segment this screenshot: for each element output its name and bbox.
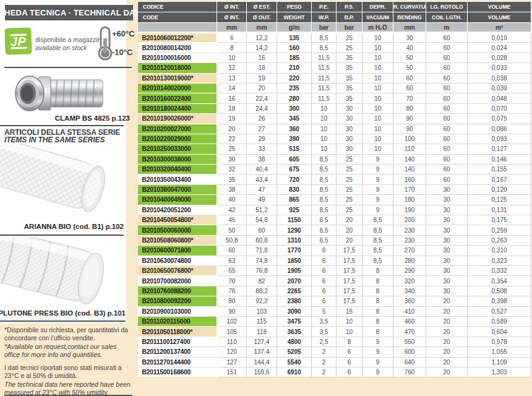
table-row: B2011500168600151169,66910269760201,303 [138, 367, 531, 377]
value-cell: 20 [217, 124, 247, 134]
value-cell: 76,8 [247, 265, 277, 275]
value-cell: 11,5 [312, 53, 337, 62]
value-cell: 74,8 [247, 256, 277, 265]
value-cell: 925 [277, 205, 312, 215]
value-cell: 9 [363, 165, 393, 174]
value-cell: 9 [363, 347, 393, 357]
value-cell: 25 [337, 205, 363, 215]
value-cell: 2 [312, 367, 337, 377]
column-header-en-cell: CODE [138, 12, 217, 23]
value-cell: 2 [312, 347, 337, 357]
value-cell: 40 [393, 43, 426, 53]
value-cell: 1150 [277, 215, 312, 225]
value-cell: 10 [363, 73, 393, 83]
value-cell: 4800 [277, 337, 312, 346]
value-cell: 360 [393, 296, 426, 306]
value-cell: 20 [337, 215, 363, 225]
table-row: B201070008200070822070617,58320300,354 [138, 276, 531, 286]
value-cell: 8,5 [363, 235, 393, 245]
value-cell: 76 [217, 286, 247, 296]
product-code-cell: B2010100016000 [138, 53, 217, 62]
value-cell: 6 [312, 246, 337, 256]
product-code-cell: B2010320040400 [138, 165, 217, 174]
value-cell: 280 [277, 93, 312, 103]
column-header-it-cell: CODICE [138, 2, 217, 12]
value-cell: 25 [337, 184, 363, 194]
value-cell: 8,5 [312, 43, 337, 53]
value-cell: 9 [363, 337, 393, 346]
value-cell: 185 [277, 53, 312, 62]
plutone-caption: PLUTONE PRESS BIO (cod. B3) p.101 [0, 309, 126, 317]
value-cell: 30 [337, 134, 363, 144]
value-cell: 92,2 [247, 296, 277, 306]
value-cell: 600 [393, 347, 426, 357]
value-cell: 35 [337, 73, 363, 83]
value-cell: 14,2 [247, 43, 277, 53]
value-cell: 470 [393, 327, 426, 337]
note-availability-en: *Available on request,contact our sales … [4, 343, 133, 359]
value-cell: 8,5 [312, 33, 337, 43]
value-cell: 0,508 [468, 286, 531, 296]
value-cell: 9 [363, 357, 393, 367]
value-cell: 235 [277, 83, 312, 93]
value-cell: 0,028 [468, 53, 531, 62]
value-cell: 17,5 [337, 265, 363, 275]
table-row: B20109001030009010330905158410200,527 [138, 306, 531, 316]
jp-logo: JP [4, 27, 32, 54]
value-cell: 60 [426, 73, 468, 83]
jp-logo-bottom-bar [11, 46, 27, 49]
value-cell: 0,398 [468, 296, 531, 306]
value-cell: 8 [363, 276, 393, 286]
value-cell: 1,109 [468, 357, 531, 367]
column-header-it-cell: P.S. [337, 2, 363, 12]
product-code-cell: B2010200027000 [138, 124, 217, 134]
value-cell: 2380 [277, 296, 312, 306]
value-cell: 230 [393, 235, 426, 245]
column-header-it-cell: R. CURVATURA [393, 2, 426, 12]
product-code-cell: B2010160022400 [138, 93, 217, 103]
value-cell: 60 [426, 174, 468, 184]
table-row: B2010120018000121821011,5351050600,033 [138, 63, 531, 73]
value-cell: 42 [217, 205, 247, 215]
value-cell: 11,5 [312, 93, 337, 103]
product-code-cell: B2010650076800* [138, 265, 217, 275]
value-cell: 30 [426, 225, 468, 235]
value-cell: 8,5 [312, 154, 337, 164]
value-cell: 30 [426, 246, 468, 256]
value-cell: 10 [337, 316, 363, 326]
value-cell: 60 [247, 225, 277, 235]
value-cell: 830 [277, 184, 312, 194]
value-cell: 0,589 [468, 316, 531, 326]
product-code-cell: B2011050118000* [138, 327, 217, 337]
table-row: B201038004700038478308,5259170300,120 [138, 184, 531, 194]
value-cell: 60 [426, 103, 468, 113]
value-cell: 35 [337, 63, 363, 73]
value-cell: 10 [312, 103, 337, 113]
product-code-cell: B2010080014200 [138, 43, 217, 53]
value-cell: 5540 [277, 357, 312, 367]
value-cell: 340 [393, 286, 426, 296]
value-cell: 30 [337, 144, 363, 154]
value-cell: 17,5 [337, 286, 363, 296]
jp-logo-text: JP [10, 35, 26, 47]
value-cell: 30 [426, 195, 468, 205]
product-code-cell: B2011020115000 [138, 316, 217, 326]
header-row: CODEØ INT.Ø OUT.WEIGHTW.P.B.P.VACUUMBEND… [138, 12, 531, 23]
value-cell: 12 [217, 63, 247, 73]
value-cell: 25 [337, 154, 363, 164]
value-cell: 32 [217, 165, 247, 174]
column-header-it-cell: P.E. [312, 2, 337, 12]
product-code-cell: B2010800092200 [138, 296, 217, 306]
value-cell: 19 [217, 114, 247, 124]
value-cell: 8,5 [312, 165, 337, 174]
value-cell: 35 [337, 83, 363, 93]
product-code-cell: B2010400049000 [138, 195, 217, 205]
value-cell: 16 [247, 53, 277, 62]
product-code-cell: B2010700082000 [138, 276, 217, 286]
value-cell: 140 [393, 154, 426, 164]
table-row: B20106000718006071,81770617,58,5270300,3… [138, 246, 531, 256]
value-cell: 410 [393, 306, 426, 316]
value-cell: 35 [337, 93, 363, 103]
unit-header-cell: m H₂O [363, 23, 393, 33]
value-cell: 8,5 [363, 225, 393, 235]
